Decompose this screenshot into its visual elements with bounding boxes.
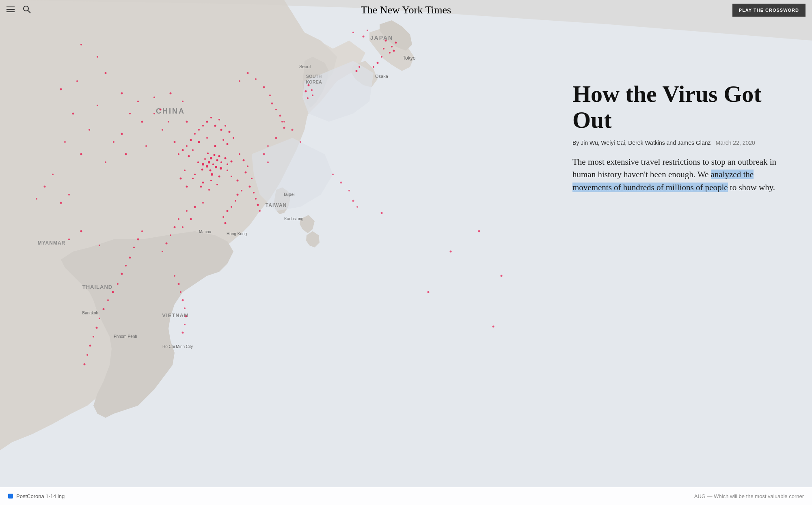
svg-point-146 (162, 251, 163, 252)
svg-point-64 (251, 178, 253, 179)
svg-point-41 (206, 137, 208, 139)
svg-point-30 (220, 161, 222, 163)
svg-point-100 (395, 42, 397, 44)
svg-point-71 (237, 194, 239, 196)
byline-names: By Jin Wu, Weiyi Cai, Derek Watkins and … (572, 140, 711, 146)
svg-point-150 (129, 257, 131, 259)
svg-point-174 (501, 275, 503, 277)
svg-point-109 (153, 113, 155, 114)
svg-point-90 (186, 145, 188, 147)
svg-point-123 (97, 105, 98, 106)
svg-point-158 (96, 327, 98, 329)
svg-point-101 (383, 48, 384, 49)
svg-point-115 (121, 133, 123, 135)
svg-text:Phnom Penh: Phnom Penh (114, 334, 137, 339)
article-body: The most extensive travel restrictions t… (572, 156, 788, 194)
svg-point-206 (340, 182, 342, 184)
svg-point-147 (141, 230, 143, 232)
hamburger-menu-icon[interactable] (6, 5, 15, 15)
svg-point-51 (192, 178, 194, 179)
svg-point-184 (239, 80, 240, 82)
svg-point-45 (188, 155, 190, 157)
svg-point-128 (80, 44, 82, 45)
svg-point-98 (385, 40, 387, 42)
svg-point-73 (231, 206, 232, 208)
svg-point-192 (281, 121, 283, 122)
svg-point-58 (231, 176, 232, 177)
svg-point-86 (233, 137, 234, 139)
svg-point-203 (184, 324, 186, 325)
svg-point-33 (227, 163, 228, 165)
svg-point-213 (24, 6, 28, 11)
svg-point-187 (263, 86, 265, 88)
svg-point-65 (249, 186, 251, 188)
svg-text:KOREA: KOREA (306, 80, 322, 84)
svg-point-27 (204, 158, 206, 160)
svg-point-68 (257, 204, 259, 206)
svg-point-193 (283, 127, 285, 129)
svg-point-164 (292, 129, 294, 131)
svg-point-142 (178, 218, 179, 220)
svg-point-54 (216, 184, 218, 185)
svg-point-153 (117, 283, 119, 285)
svg-point-116 (113, 141, 114, 143)
svg-point-25 (212, 163, 214, 165)
svg-point-165 (300, 141, 301, 143)
svg-rect-210 (6, 6, 15, 7)
svg-point-120 (64, 141, 66, 143)
svg-point-50 (227, 170, 228, 171)
svg-rect-211 (6, 9, 15, 10)
svg-point-102 (389, 52, 391, 54)
svg-text:MYANMAR: MYANMAR (38, 240, 66, 246)
svg-point-107 (356, 70, 358, 72)
svg-point-36 (207, 153, 209, 154)
svg-point-38 (197, 161, 199, 163)
svg-point-110 (141, 121, 143, 123)
svg-point-161 (86, 354, 88, 356)
map-svg: CHINA JAPAN Tokyo Osaka Seoul SOUTH KORE… (0, 0, 812, 505)
svg-rect-212 (6, 11, 15, 12)
svg-point-32 (225, 157, 227, 159)
search-icon[interactable] (23, 5, 31, 15)
svg-point-138 (194, 206, 196, 208)
svg-point-28 (215, 166, 217, 168)
svg-point-191 (279, 115, 281, 117)
svg-point-119 (80, 153, 82, 155)
bottom-bar-indicator (8, 494, 13, 499)
svg-point-63 (245, 172, 247, 174)
svg-point-197 (174, 275, 175, 277)
crossword-button[interactable]: PLAY THE CROSSWORD (732, 4, 806, 17)
svg-point-35 (220, 167, 222, 170)
svg-point-66 (253, 192, 255, 193)
svg-point-173 (492, 326, 495, 328)
svg-point-170 (381, 212, 383, 214)
svg-point-185 (247, 72, 249, 74)
svg-point-155 (107, 299, 109, 301)
svg-point-56 (184, 170, 186, 171)
svg-point-42 (214, 145, 216, 147)
svg-point-113 (174, 141, 176, 143)
svg-point-144 (170, 234, 171, 236)
svg-point-111 (162, 129, 163, 131)
svg-point-133 (153, 97, 155, 98)
svg-point-182 (60, 202, 62, 204)
svg-point-57 (180, 178, 182, 180)
svg-point-112 (129, 113, 131, 114)
svg-point-175 (478, 230, 480, 232)
svg-point-207 (348, 190, 350, 191)
svg-point-46 (194, 174, 196, 175)
bottom-bar-left-text: PostCorona 1-14 ing (16, 493, 65, 499)
svg-point-157 (99, 318, 100, 319)
svg-point-132 (182, 101, 184, 102)
svg-point-62 (247, 165, 248, 167)
svg-point-134 (186, 121, 188, 123)
svg-point-141 (182, 226, 184, 228)
map-container: CHINA JAPAN Tokyo Osaka Seoul SOUTH KORE… (0, 0, 812, 505)
article-overlay: How the Virus Got Out By Jin Wu, Weiyi C… (572, 81, 788, 194)
svg-point-61 (243, 159, 245, 161)
svg-point-81 (202, 125, 204, 127)
nyt-logo[interactable]: The New York Times (361, 4, 451, 16)
svg-point-20 (210, 157, 212, 159)
svg-text:TAIWAN: TAIWAN (266, 202, 287, 208)
svg-point-48 (210, 180, 212, 181)
